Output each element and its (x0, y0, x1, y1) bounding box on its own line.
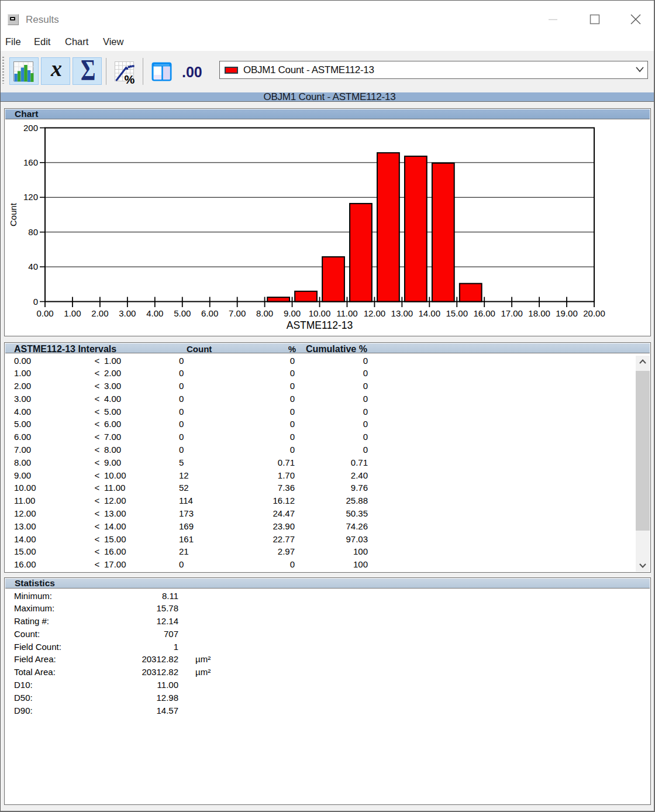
svg-text:80: 80 (28, 227, 38, 237)
svg-text:3.00: 3.00 (119, 308, 136, 318)
svg-text:15.00: 15.00 (446, 308, 468, 318)
svg-text:Count: Count (8, 202, 18, 226)
svg-text:13.00: 13.00 (391, 308, 413, 318)
svg-text:11.00: 11.00 (336, 308, 357, 318)
svg-text:12.00: 12.00 (364, 308, 386, 318)
svg-text:8.00: 8.00 (256, 308, 273, 318)
svg-text:20.00: 20.00 (583, 308, 605, 318)
svg-text:160: 160 (23, 157, 38, 167)
svg-text:0: 0 (33, 297, 38, 307)
svg-text:10.00: 10.00 (309, 308, 331, 318)
svg-text:5.00: 5.00 (174, 308, 191, 318)
svg-text:0.00: 0.00 (36, 308, 53, 318)
svg-text:19.00: 19.00 (556, 308, 578, 318)
svg-text:40: 40 (28, 262, 38, 271)
svg-text:2.00: 2.00 (91, 308, 108, 318)
svg-text:ASTME112-13: ASTME112-13 (287, 319, 353, 331)
svg-text:200: 200 (23, 123, 38, 133)
svg-text:%: % (125, 73, 135, 85)
svg-text:18.00: 18.00 (528, 308, 550, 318)
svg-text:17.00: 17.00 (501, 308, 523, 318)
svg-text:6.00: 6.00 (201, 308, 218, 318)
svg-text:1.00: 1.00 (64, 308, 81, 318)
svg-text:14.00: 14.00 (419, 308, 441, 318)
svg-text:16.00: 16.00 (473, 308, 495, 318)
svg-text:120: 120 (23, 192, 38, 202)
svg-text:7.00: 7.00 (229, 308, 246, 318)
svg-text:4.00: 4.00 (146, 308, 163, 318)
svg-text:9.00: 9.00 (284, 308, 301, 318)
